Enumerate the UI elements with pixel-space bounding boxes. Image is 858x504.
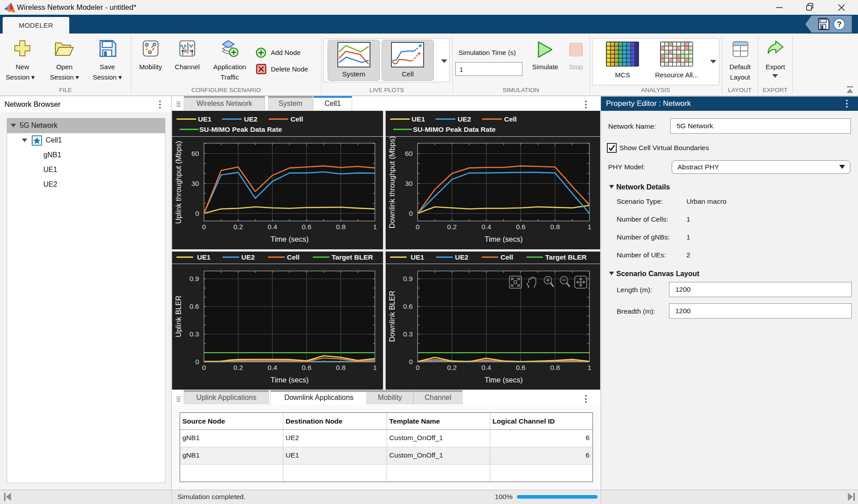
svg-text:0: 0 [416,223,420,231]
svg-text:0: 0 [202,223,206,231]
svg-text:0.6: 0.6 [302,364,311,371]
svg-text:0.2: 0.2 [447,364,457,371]
svg-text:0.4: 0.4 [482,364,492,371]
svg-text:0.6: 0.6 [302,223,311,231]
svg-text:1: 1 [588,364,592,371]
svg-text:60: 60 [191,150,199,157]
svg-text:60: 60 [405,150,413,157]
svg-text:0.4: 0.4 [268,364,278,371]
svg-text:Time (secs): Time (secs) [484,235,523,243]
svg-text:0.6: 0.6 [516,223,526,231]
svg-text:0.3: 0.3 [189,330,199,338]
svg-text:0: 0 [416,364,420,371]
svg-text:Downlink BLER: Downlink BLER [388,291,396,342]
svg-text:1: 1 [373,223,377,231]
svg-text:Time (secs): Time (secs) [484,376,523,384]
svg-text:30: 30 [191,180,199,187]
svg-text:30: 30 [405,180,413,187]
svg-text:0: 0 [202,364,206,371]
svg-text:0.9: 0.9 [403,275,413,282]
svg-text:0.2: 0.2 [447,223,457,231]
svg-text:0.6: 0.6 [516,364,526,371]
svg-text:Uplink BLER: Uplink BLER [174,295,182,337]
svg-text:0.6: 0.6 [189,302,199,310]
svg-text:Time (secs): Time (secs) [270,235,309,243]
svg-text:?: ? [837,20,841,29]
svg-text:0.3: 0.3 [403,330,413,338]
svg-text:Uplink throughput (Mbps): Uplink throughput (Mbps) [174,141,182,223]
svg-text:0.2: 0.2 [233,364,243,371]
svg-text:0: 0 [195,210,199,217]
svg-text:0.4: 0.4 [268,223,278,231]
svg-text:0: 0 [195,358,199,365]
svg-text:0.8: 0.8 [550,364,560,371]
svg-text:0.4: 0.4 [482,223,492,231]
svg-text:0.8: 0.8 [550,223,560,231]
svg-text:0: 0 [409,210,413,217]
svg-text:Time (secs): Time (secs) [270,376,309,384]
svg-text:0.2: 0.2 [233,223,243,231]
svg-text:0.6: 0.6 [403,302,413,310]
svg-text:Downlink throughput (Mbps): Downlink throughput (Mbps) [388,136,396,228]
svg-text:0.8: 0.8 [336,364,346,371]
svg-text:0.9: 0.9 [189,275,199,282]
svg-text:1: 1 [588,223,592,231]
svg-text:0: 0 [409,358,413,365]
svg-text:0.8: 0.8 [336,223,346,231]
svg-text:1: 1 [373,364,377,371]
